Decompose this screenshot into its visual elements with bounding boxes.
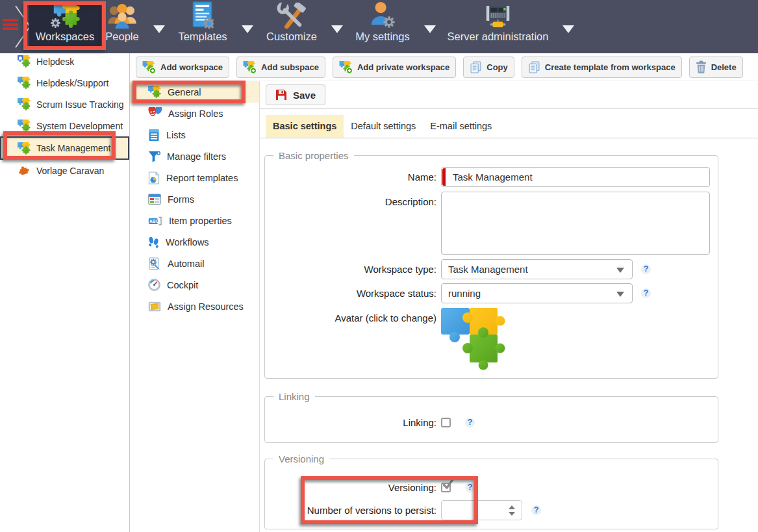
add-subspace-button[interactable]: Add subspace <box>236 57 325 78</box>
workspace-toolbar: Add workspace Add subspace Add private w… <box>130 53 758 81</box>
number-spinner[interactable] <box>509 505 515 516</box>
workspace-status-help-icon[interactable]: ? <box>641 288 651 298</box>
workspace-type-row: Workspace type: Task Management ? <box>265 259 718 279</box>
people-icon <box>107 3 137 29</box>
spinner-up-icon[interactable] <box>509 505 515 509</box>
tab-default-settings[interactable]: Default settings <box>344 115 423 138</box>
nav-label: Server administration <box>448 31 549 43</box>
menu-item-label: Assign Resources <box>168 301 244 312</box>
nav-item-server-administration[interactable]: Server administration <box>444 4 552 48</box>
button-label: Copy <box>486 62 508 72</box>
main-region: Add workspace Add subspace Add private w… <box>130 53 758 532</box>
theater-masks-icon <box>148 107 162 120</box>
copy-button[interactable]: Copy <box>463 57 514 78</box>
my-settings-dropdown-caret[interactable] <box>424 25 436 33</box>
versions-to-persist-input[interactable] <box>441 500 522 520</box>
versioning-legend: Versioning <box>273 453 329 464</box>
workspace-status-select[interactable]: running <box>441 283 633 303</box>
customize-dropdown-caret[interactable] <box>331 25 343 33</box>
workspace-status-value: running <box>448 288 481 299</box>
spinner-down-icon[interactable] <box>509 512 515 516</box>
description-textarea[interactable] <box>441 192 710 255</box>
nav-item-templates[interactable]: Templates <box>175 4 231 48</box>
menu-item-cockpit[interactable]: Cockpit <box>130 274 259 296</box>
menu-item-label: Automail <box>168 259 204 269</box>
add-workspace-button[interactable]: Add workspace <box>136 57 229 78</box>
menu-item-label: General <box>168 87 201 97</box>
versioning-help-icon[interactable]: ? <box>465 483 475 492</box>
workspace-type-help-icon[interactable]: ? <box>641 264 651 274</box>
versions-to-persist-label: Number of versions to persist: <box>265 500 441 520</box>
menu-item-assign-resources[interactable]: Assign Resources <box>130 296 259 317</box>
add-subspace-icon <box>243 60 257 74</box>
server-icon <box>486 4 510 29</box>
button-label: Add subspace <box>261 62 319 72</box>
name-input[interactable]: Task Management <box>441 167 710 187</box>
button-label: Delete <box>711 62 737 72</box>
sidebar-item-system-development[interactable]: System Development <box>0 115 129 136</box>
basic-properties-fieldset: Basic properties Name: Task Management D… <box>264 150 718 379</box>
workspace-status-label: Workspace status: <box>265 283 441 303</box>
button-label: Save <box>293 90 316 101</box>
workspace-type-select[interactable]: Task Management <box>441 259 633 279</box>
menu-item-item-properties[interactable]: Item properties <box>130 210 259 231</box>
workspace-sidebar: Helpdesk Helpdesk/Support Scrum Issue Tr… <box>0 53 130 532</box>
sidebar-item-task-management[interactable]: Task Management <box>0 136 129 160</box>
resource-card-icon <box>148 301 161 312</box>
menu-item-workflows[interactable]: Workflows <box>130 231 259 253</box>
linking-legend: Linking <box>273 391 315 402</box>
puzzle-lock-icon <box>18 55 31 68</box>
customize-tools-icon <box>277 3 307 29</box>
menu-item-report-templates[interactable]: Report templates <box>130 167 259 188</box>
nav-item-people[interactable]: People <box>102 4 142 48</box>
button-label: Add workspace <box>160 62 223 72</box>
description-label: Description: <box>265 192 441 212</box>
linking-row: Linking: ? <box>265 412 718 433</box>
save-button[interactable]: Save <box>266 84 325 105</box>
nav-label: My settings <box>355 31 409 43</box>
filter-funnel-icon <box>148 150 160 162</box>
menu-item-forms[interactable]: Forms <box>130 188 259 210</box>
menu-item-label: Forms <box>168 194 194 205</box>
people-dropdown-caret[interactable] <box>153 25 165 33</box>
button-label: Create template from workspace <box>545 62 676 72</box>
puzzle-icon <box>18 120 31 132</box>
menu-item-label: Cockpit <box>167 280 198 290</box>
workspaces-puzzle-icon <box>50 3 81 29</box>
templates-dropdown-caret[interactable] <box>242 25 253 33</box>
versioning-checkbox[interactable] <box>441 483 451 492</box>
menu-item-assign-roles[interactable]: Assign Roles <box>130 103 259 124</box>
required-marker <box>442 168 446 186</box>
sidebar-item-label: Helpdesk <box>36 57 74 67</box>
nav-item-workspaces[interactable]: Workspaces <box>29 4 101 48</box>
tab-e-mail-settings[interactable]: E-mail settings <box>423 115 499 138</box>
menu-item-lists[interactable]: Lists <box>130 124 259 146</box>
menu-item-general[interactable]: General <box>130 81 259 103</box>
tab-basic-settings[interactable]: Basic settings <box>266 115 344 138</box>
avatar-row: Avatar (click to change) <box>265 308 718 370</box>
workspace-settings-menu: General Assign Roles Lists Manage filter… <box>130 81 260 532</box>
sidebar-item-scrum-issue-tracking[interactable]: Scrum Issue Tracking <box>0 94 129 115</box>
sidebar-item-helpdesk-support[interactable]: Helpdesk/Support <box>0 72 129 94</box>
delete-button[interactable]: Delete <box>689 57 743 78</box>
menu-item-manage-filters[interactable]: Manage filters <box>130 146 259 167</box>
menu-item-automail[interactable]: Automail <box>130 253 259 274</box>
name-row: Name: Task Management <box>265 167 718 187</box>
linking-help-icon[interactable]: ? <box>465 418 475 427</box>
sidebar-item-vorlage-caravan[interactable]: Vorlage Caravan <box>0 160 129 181</box>
create-template-from-workspace-button[interactable]: Create template from workspace <box>522 57 682 78</box>
automail-icon <box>148 257 161 270</box>
nav-item-customize[interactable]: Customize <box>262 4 321 48</box>
nav-item-my-settings[interactable]: My settings <box>353 4 412 48</box>
add-private-workspace-button[interactable]: Add private workspace <box>333 57 456 78</box>
versioning-row: Versioning: ? <box>265 477 718 498</box>
linking-checkbox[interactable] <box>441 418 451 427</box>
menu-item-label: Workflows <box>166 237 209 247</box>
workspace-settings-region: General Assign Roles Lists Manage filter… <box>130 81 758 532</box>
versions-to-persist-help-icon[interactable]: ? <box>531 505 541 515</box>
server-administration-dropdown-caret[interactable] <box>562 25 574 33</box>
nav-label: People <box>105 31 138 43</box>
workspace-avatar-puzzle[interactable] <box>441 308 507 370</box>
sidebar-item-helpdesk[interactable]: Helpdesk <box>0 51 129 72</box>
save-floppy-icon <box>275 89 287 101</box>
